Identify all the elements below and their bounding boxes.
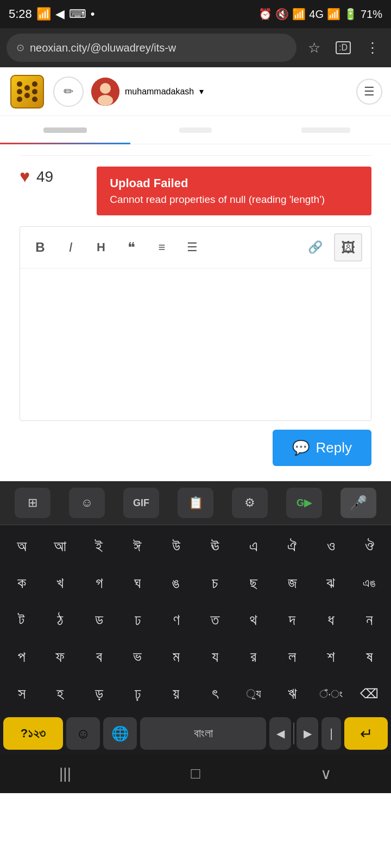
tab-button[interactable]: :D bbox=[331, 36, 355, 60]
key-ঠ[interactable]: ঠ bbox=[41, 603, 79, 637]
home-nav-button[interactable]: □ bbox=[174, 757, 217, 790]
key-ত[interactable]: ত bbox=[196, 603, 234, 637]
kb-apps-button[interactable]: ⊞ bbox=[15, 488, 51, 518]
ordered-list-button[interactable]: ≡ bbox=[150, 236, 173, 259]
key-chandrabindu[interactable]: ঁ·ং bbox=[312, 676, 350, 711]
heading-button[interactable]: H bbox=[90, 236, 112, 259]
tab-2[interactable] bbox=[130, 116, 261, 144]
edit-button[interactable]: ✏ bbox=[53, 76, 84, 107]
user-info[interactable]: muhammadakash ▾ bbox=[91, 78, 349, 106]
key-চ[interactable]: চ bbox=[196, 566, 234, 601]
key-ফ[interactable]: ফ bbox=[41, 640, 79, 674]
status-left: 5:28 📶 ◀ ⌨ • bbox=[9, 7, 95, 21]
numbers-button[interactable]: ?১২৩ bbox=[3, 717, 63, 750]
key-ণ[interactable]: ণ bbox=[157, 603, 195, 637]
editor-container: B I H ❝ ≡ ☰ 🔗 🖼 bbox=[20, 226, 371, 421]
menu-nav-button[interactable]: ||| bbox=[43, 757, 87, 790]
key-উ[interactable]: উ bbox=[157, 529, 195, 564]
editor-body[interactable] bbox=[20, 269, 371, 420]
key-ঢ[interactable]: ঢ bbox=[119, 603, 156, 637]
keyboard-icon: ⌨ bbox=[69, 7, 86, 21]
key-খ[interactable]: খ bbox=[41, 566, 79, 601]
key-ঔ[interactable]: ঔ bbox=[351, 529, 388, 564]
more-button[interactable]: ⋮ bbox=[361, 36, 384, 60]
enter-button[interactable]: ↵ bbox=[344, 717, 388, 750]
edit-icon: ✏ bbox=[64, 85, 73, 99]
key-ন[interactable]: ন bbox=[351, 603, 388, 637]
kb-row-3: ট ঠ ড ঢ ণ ত থ দ ধ ন bbox=[2, 602, 389, 638]
status-bar: 5:28 📶 ◀ ⌨ • ⏰ 🔇 📶 4G 📶 🔋 71% bbox=[0, 0, 391, 28]
key-হ[interactable]: হ bbox=[41, 676, 79, 711]
key-থ[interactable]: থ bbox=[235, 603, 272, 637]
key-ষ[interactable]: ষ bbox=[351, 640, 388, 674]
key-স[interactable]: স bbox=[3, 676, 40, 711]
key-য[interactable]: য bbox=[196, 640, 234, 674]
kb-settings-button[interactable]: ⚙ bbox=[232, 488, 268, 518]
key-ঐ[interactable]: ঐ bbox=[273, 529, 311, 564]
key-ক[interactable]: ক bbox=[3, 566, 40, 601]
menu-nav-icon: ||| bbox=[59, 765, 71, 782]
key-backspace[interactable]: ⌫ bbox=[351, 676, 388, 711]
pipe-key[interactable]: | bbox=[321, 717, 341, 750]
italic-button[interactable]: I bbox=[59, 236, 82, 259]
key-ভ[interactable]: ভ bbox=[119, 640, 156, 674]
tab-1[interactable] bbox=[0, 116, 130, 144]
cursor-left-button[interactable]: ◀ bbox=[269, 717, 291, 750]
key-য়[interactable]: য় bbox=[157, 676, 195, 711]
globe-button[interactable]: 🌐 bbox=[103, 717, 137, 750]
key-ঙ[interactable]: ঙ bbox=[157, 566, 195, 601]
tab-3[interactable] bbox=[261, 116, 391, 144]
key-ঢ়[interactable]: ঢ় bbox=[119, 676, 156, 711]
key-শ[interactable]: শ bbox=[312, 640, 350, 674]
key-অ[interactable]: অ bbox=[3, 529, 40, 564]
key-প[interactable]: প bbox=[3, 640, 40, 674]
key-ও[interactable]: ও bbox=[312, 529, 350, 564]
key-nukta[interactable]: ়্য bbox=[235, 676, 272, 711]
key-ৎ[interactable]: ৎ bbox=[196, 676, 234, 711]
battery-icon: 🔋 bbox=[344, 8, 357, 21]
reply-button[interactable]: 💬 Reply bbox=[273, 430, 371, 466]
kb-clipboard-button[interactable]: 📋 bbox=[178, 488, 213, 518]
svg-point-2 bbox=[32, 81, 37, 87]
kb-gif-button[interactable]: GIF bbox=[123, 488, 159, 518]
emoji-button[interactable]: ☺ bbox=[66, 717, 100, 750]
key-ব[interactable]: ব bbox=[80, 640, 117, 674]
space-bar[interactable]: বাংলা bbox=[140, 717, 266, 750]
key-ট[interactable]: ট bbox=[3, 603, 40, 637]
kb-sticker-button[interactable]: ☺ bbox=[69, 488, 105, 518]
key-গ[interactable]: গ bbox=[80, 566, 117, 601]
unordered-list-button[interactable]: ☰ bbox=[181, 236, 204, 259]
key-এ[interactable]: এ bbox=[235, 529, 272, 564]
key-ঈ[interactable]: ঈ bbox=[119, 529, 156, 564]
link-button[interactable]: 🔗 bbox=[304, 236, 326, 259]
quote-button[interactable]: ❝ bbox=[120, 236, 143, 259]
key-ছ[interactable]: ছ bbox=[235, 566, 272, 601]
key-ই[interactable]: ই bbox=[80, 529, 117, 564]
like-count: 49 bbox=[36, 168, 53, 186]
system-nav: ||| □ ∨ bbox=[0, 754, 391, 793]
url-bar[interactable]: ⊙ neoxian.city/@oluwadrey/its-w bbox=[7, 34, 297, 62]
key-ম[interactable]: ম bbox=[157, 640, 195, 674]
key-ড[interactable]: ড bbox=[80, 603, 117, 637]
key-র[interactable]: র bbox=[235, 640, 272, 674]
key-ঘ[interactable]: ঘ bbox=[119, 566, 156, 601]
key-আ[interactable]: আ bbox=[41, 529, 79, 564]
star-button[interactable]: ☆ bbox=[302, 36, 326, 60]
cursor-right-button[interactable]: ▶ bbox=[297, 717, 318, 750]
kb-mic-button[interactable]: 🎤 bbox=[340, 488, 376, 518]
kb-translate-button[interactable]: G▶ bbox=[286, 488, 322, 518]
key-দ[interactable]: দ bbox=[273, 603, 311, 637]
key-এঙ[interactable]: এঙ bbox=[351, 566, 388, 601]
key-ল[interactable]: ল bbox=[273, 640, 311, 674]
bold-button[interactable]: B bbox=[29, 236, 52, 259]
key-জ[interactable]: জ bbox=[273, 566, 311, 601]
svg-point-6 bbox=[32, 97, 37, 102]
key-ঋ[interactable]: ঋ bbox=[273, 676, 311, 711]
key-ড়[interactable]: ড় bbox=[80, 676, 117, 711]
key-ঊ[interactable]: ঊ bbox=[196, 529, 234, 564]
back-nav-button[interactable]: ∨ bbox=[304, 757, 348, 790]
image-button[interactable]: 🖼 bbox=[334, 233, 362, 261]
menu-button[interactable]: ☰ bbox=[356, 79, 382, 105]
key-ঝ[interactable]: ঝ bbox=[312, 566, 350, 601]
key-ধ[interactable]: ধ bbox=[312, 603, 350, 637]
